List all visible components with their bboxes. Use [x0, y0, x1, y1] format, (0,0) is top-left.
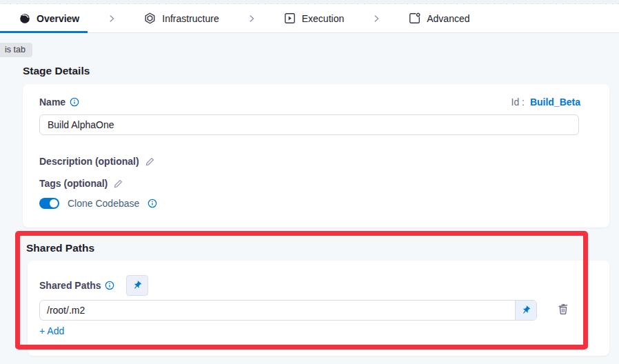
tags-row: Tags (optional)	[39, 178, 123, 189]
pushpin-icon	[131, 279, 145, 292]
hexagon-icon	[144, 12, 156, 24]
tab-advanced-label: Advanced	[427, 13, 469, 24]
chevron-right-icon	[372, 14, 381, 23]
chevron-right-icon	[107, 14, 116, 23]
pin-toggle-button[interactable]	[515, 301, 536, 320]
id-label: Id :	[511, 97, 525, 108]
tab-infrastructure-label: Infrastructure	[162, 13, 219, 24]
stage-details-card: Name Id : Build_Beta Description (option…	[23, 84, 609, 228]
tab-overview[interactable]: Overview	[19, 13, 79, 24]
edit-pencil-icon[interactable]	[113, 179, 123, 189]
clone-codebase-row: Clone Codebase	[39, 198, 157, 209]
trash-icon[interactable]	[557, 303, 569, 316]
clone-codebase-label: Clone Codebase	[68, 198, 139, 209]
stage-details-heading: Stage Details	[23, 65, 90, 77]
stage-config-page: Overview Infrastructure Execution	[0, 0, 619, 364]
tags-label: Tags (optional)	[39, 178, 108, 189]
square-gear-icon	[409, 12, 420, 24]
info-icon[interactable]	[70, 97, 79, 107]
pie-sphere-icon	[19, 13, 30, 24]
tab-infrastructure[interactable]: Infrastructure	[144, 12, 219, 24]
info-icon[interactable]	[105, 281, 114, 290]
pushpin-icon	[519, 303, 533, 317]
shared-paths-heading: Shared Paths	[26, 242, 94, 254]
shared-paths-card: Shared Paths + Add	[28, 261, 609, 356]
name-label: Name	[39, 97, 65, 108]
description-row: Description (optional)	[39, 156, 155, 167]
active-tab-underline	[0, 31, 88, 33]
shared-path-input[interactable]	[40, 301, 515, 320]
pin-button[interactable]	[126, 275, 148, 296]
clone-codebase-toggle[interactable]	[39, 198, 59, 209]
tooltip-text: is tab	[5, 45, 26, 54]
tab-overview-label: Overview	[37, 13, 79, 24]
shared-paths-label: Shared Paths	[39, 280, 101, 291]
add-path-button[interactable]: + Add	[39, 325, 64, 336]
toggle-knob	[50, 199, 58, 208]
tab-execution[interactable]: Execution	[284, 12, 344, 24]
play-square-icon	[284, 12, 296, 24]
info-icon[interactable]	[148, 199, 157, 208]
stage-tabbar: Overview Infrastructure Execution	[0, 4, 619, 33]
tab-advanced[interactable]: Advanced	[409, 12, 469, 24]
id-value: Build_Beta	[530, 97, 580, 108]
edit-pencil-icon[interactable]	[145, 156, 155, 167]
description-label: Description (optional)	[39, 156, 139, 167]
shared-path-input-group	[39, 300, 537, 321]
chevron-right-icon	[247, 14, 256, 23]
shared-paths-label-row: Shared Paths	[39, 275, 148, 296]
clipped-tooltip: is tab	[0, 43, 32, 57]
tab-execution-label: Execution	[302, 13, 344, 24]
stage-id: Id : Build_Beta	[511, 97, 580, 108]
stage-name-input[interactable]	[39, 114, 579, 135]
name-label-row: Name	[39, 97, 79, 108]
